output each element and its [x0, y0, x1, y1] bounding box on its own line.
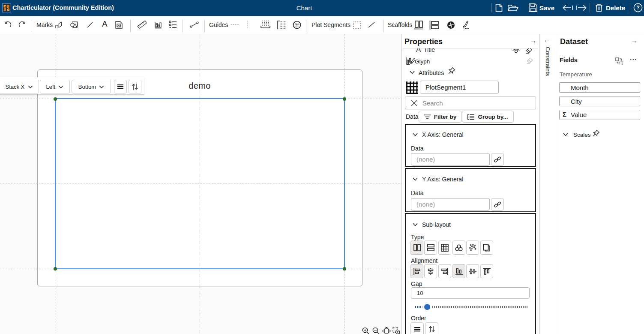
svg-text:?: ? [636, 5, 640, 11]
